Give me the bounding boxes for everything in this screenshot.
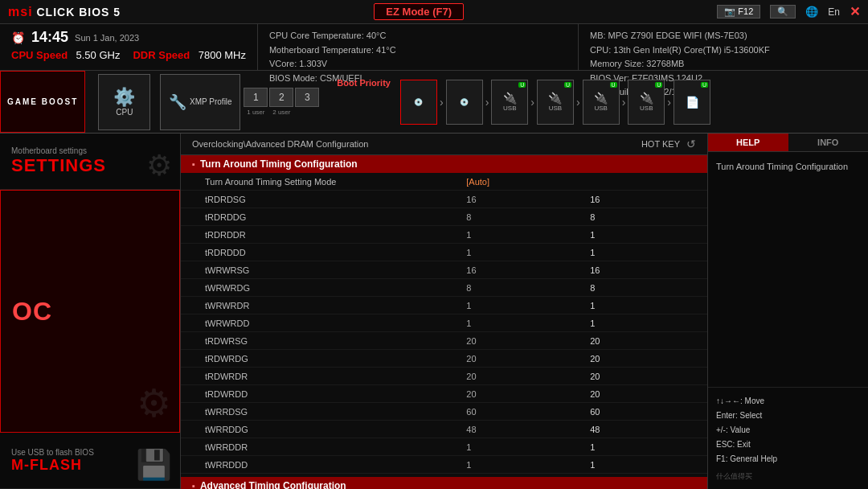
trdrddd-val2: 1 — [583, 246, 707, 259]
ez-mode-label[interactable]: EZ Mode (F7) — [374, 3, 464, 20]
trdwrdd-val2: 20 — [583, 388, 707, 401]
help-text: Turn Around Timing Configuration — [708, 152, 868, 387]
usb-badge-5: U — [610, 82, 617, 88]
section-turn-around[interactable]: ▪ Turn Around Timing Configuration — [181, 155, 707, 173]
cpu-model: CPU: 13th Gen Intel(R) Core(TM) i5-13600… — [590, 43, 857, 58]
xmp-num-2[interactable]: 2 — [269, 88, 293, 107]
f12-button[interactable]: 📷 F12 — [717, 5, 760, 18]
back-arrow-icon[interactable]: ↺ — [686, 138, 696, 150]
help-description: Turn Around Timing Configuration — [716, 162, 848, 171]
section-advanced-timing[interactable]: ▪ Advanced Timing Configuration — [181, 477, 707, 489]
row-trdwrdg[interactable]: tRDWRDG 20 20 — [181, 350, 707, 368]
usb-badge-4: U — [564, 82, 571, 88]
tab-help[interactable]: HELP — [708, 134, 788, 151]
row-trdwrdd[interactable]: tRDWRDD 20 20 — [181, 385, 707, 403]
twrwrdg-val2: 8 — [583, 281, 707, 294]
xmp-sub-1: 1 user — [244, 109, 268, 116]
mflash-label: M-FLASH — [11, 457, 82, 474]
system-speed-panel: ⏰ 14:45 Sun 1 Jan, 2023 CPU Speed 5.50 G… — [0, 24, 258, 70]
key-value: +/-: Value — [716, 423, 860, 438]
twrrdsg-val2: 60 — [583, 405, 707, 418]
row-trdrdddg[interactable]: tRDRDDG 8 8 — [181, 208, 707, 226]
boot-items: 💿 › 💿 › U 🔌 USB › U 🔌 USB › U 🔌 USB — [400, 80, 710, 125]
row-twrwrdg[interactable]: tWRWRDG 8 8 — [181, 279, 707, 297]
hotkey-section: HOT KEY ↺ — [641, 138, 696, 150]
row-twrwrdd[interactable]: tWRWRDD 1 1 — [181, 314, 707, 332]
language-label[interactable]: En — [828, 6, 840, 18]
sidebar-item-settings[interactable]: Motherboard settings SETTINGS ⚙ — [0, 134, 180, 190]
boot-label-4: USB — [549, 105, 562, 112]
row-twrrddr[interactable]: tWRRDDR 1 1 — [181, 438, 707, 456]
boot-item-5[interactable]: U 🔌 USB — [583, 80, 620, 125]
cpu-icon: ⚙️ — [113, 87, 135, 108]
boot-item-7[interactable]: U 📄 — [674, 80, 710, 125]
tab-info[interactable]: INFO — [788, 134, 869, 151]
content-scroll[interactable]: ▪ Turn Around Timing Configuration Turn … — [181, 155, 707, 489]
trdrdddr-name: tRDRDDR — [181, 228, 460, 241]
row-timing-mode[interactable]: Turn Around Timing Setting Mode [Auto] — [181, 173, 707, 191]
system-time: 14:45 — [31, 29, 68, 46]
row-trdrddd[interactable]: tRDRDDD 1 1 — [181, 244, 707, 261]
cpu-temp: CPU Core Temperature: 40°C — [269, 29, 567, 43]
globe-icon: 🌐 — [805, 6, 818, 18]
row-trdwrsg[interactable]: tRDWRSG 20 20 — [181, 332, 707, 350]
row-twrrdsg[interactable]: tWRRDSG 60 60 — [181, 403, 707, 421]
boot-arrow-6: › — [667, 96, 671, 109]
boot-icon-2: 💿 — [460, 98, 469, 106]
twrwrdd-val1: 1 — [460, 317, 583, 330]
key-move-hint: ↑↓→←: Move — [716, 397, 764, 405]
boot-item-2[interactable]: 💿 — [446, 80, 483, 125]
breadcrumb-path: Overclocking\Advanced DRAM Configuration — [192, 139, 369, 149]
top-bar: msi CLICK BIOS 5 EZ Mode (F7) 📷 F12 🔍 🌐 … — [0, 0, 868, 24]
trdrdsg-name: tRDRDSG — [181, 193, 460, 206]
key-value-hint: +/-: Value — [716, 425, 750, 434]
game-boost-label: GAME BOOST — [0, 71, 85, 133]
boot-item-3[interactable]: U 🔌 USB — [491, 80, 528, 125]
twrrddg-val1: 48 — [460, 423, 583, 436]
xmp-profile-button[interactable]: 🔧 XMP Profile — [160, 74, 240, 130]
logo: msi CLICK BIOS 5 — [8, 5, 121, 19]
clock-icon: ⏰ — [11, 31, 25, 44]
boot-item-6[interactable]: U 🔌 USB — [628, 80, 665, 125]
twrrddr-val2: 1 — [583, 441, 707, 454]
xmp-num-1[interactable]: 1 — [244, 88, 268, 107]
vcore: VCore: 1.303V — [269, 57, 567, 72]
boot-icon-3: 🔌 — [503, 92, 517, 105]
sidebar: Motherboard settings SETTINGS ⚙ OC ⚙ Use… — [0, 134, 181, 489]
row-twrrddd[interactable]: tWRRDDD 1 1 — [181, 456, 707, 474]
close-button[interactable]: ✕ — [850, 4, 860, 19]
section-title-1: Turn Around Timing Configuration — [200, 158, 358, 170]
twrwrdd-val2: 1 — [583, 317, 707, 330]
bios-title: CLICK BIOS 5 — [36, 6, 121, 18]
boot-label-6: USB — [640, 105, 653, 112]
row-twrwrsg[interactable]: tWRWRSG 16 16 — [181, 261, 707, 279]
sidebar-item-mflash[interactable]: Use USB to flash BIOS M-FLASH 💾 — [0, 433, 180, 489]
search-button[interactable]: 🔍 — [770, 5, 796, 18]
key-esc: ESC: Exit — [716, 438, 860, 452]
row-twrrddg[interactable]: tWRRDDG 48 48 — [181, 421, 707, 438]
sidebar-item-oc[interactable]: OC ⚙ — [0, 190, 180, 433]
cpu-boost-button[interactable]: ⚙️ CPU — [98, 74, 150, 130]
row-trdrdddr[interactable]: tRDRDDR 1 1 — [181, 226, 707, 244]
boot-label-5: USB — [594, 105, 607, 112]
row-trdrdsg[interactable]: tRDRDSG 16 16 — [181, 191, 707, 208]
row-twrwrdr[interactable]: tWRWRDR 1 1 — [181, 297, 707, 314]
usb-badge-3: U — [518, 82, 526, 88]
twrwrdr-name: tWRWRDR — [181, 299, 460, 312]
row-trdwrdr[interactable]: tRDWRDR 20 20 — [181, 368, 707, 385]
msi-logo: msi — [8, 5, 33, 18]
xmp-sub-2: 2 user — [269, 109, 293, 116]
boot-item-4[interactable]: U 🔌 USB — [537, 80, 574, 125]
xmp-num-3[interactable]: 3 — [295, 88, 319, 107]
settings-label: SETTINGS — [11, 155, 106, 176]
boot-arrow-5: › — [622, 96, 626, 109]
twrwrdg-name: tWRWRDG — [181, 281, 460, 294]
twrwrdg-val1: 8 — [460, 281, 583, 294]
trdwrdr-name: tRDWRDR — [181, 370, 460, 383]
cpu-speed-label: CPU Speed — [11, 49, 68, 61]
usb-badge-6: U — [655, 82, 662, 88]
boot-icon-7: 📄 — [686, 96, 699, 109]
boot-item-1[interactable]: 💿 — [400, 80, 437, 125]
xmp-profile-label: XMP Profile — [190, 97, 232, 106]
system-date: Sun 1 Jan, 2023 — [75, 33, 139, 43]
